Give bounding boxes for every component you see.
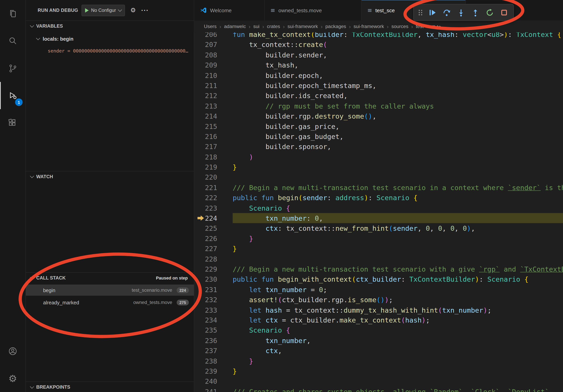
breadcrumb-item[interactable]: ≡ te <box>431 23 441 30</box>
step-over-button[interactable] <box>440 6 453 19</box>
code-line-text: } <box>232 234 563 244</box>
gutter-line-number[interactable]: 209 <box>194 60 233 70</box>
gutter-line-number[interactable]: 238 <box>194 356 233 366</box>
gutter-line-number[interactable]: 216 <box>194 131 233 142</box>
code-line-text <box>232 172 563 183</box>
tab-label: test_sce <box>375 7 395 13</box>
gutter-line-number[interactable]: 234 <box>194 315 233 325</box>
gutter-line-number[interactable]: 222 <box>194 193 233 203</box>
gutter-line-number[interactable]: 235 <box>194 325 233 336</box>
gutter-line-number[interactable]: 227 <box>194 244 233 254</box>
gutter-line-number[interactable]: 237 <box>194 346 233 356</box>
gutter-line-number[interactable]: 208 <box>194 50 233 60</box>
gutter-line-number[interactable]: 221 <box>194 182 233 193</box>
gutter-line-number[interactable]: 240 <box>194 376 233 386</box>
gutter-line-number[interactable]: 206 <box>194 32 233 40</box>
gutter-line-number[interactable]: 233 <box>194 305 233 315</box>
tab-owned-tests-move[interactable]: ≡owned_tests.move <box>265 0 361 21</box>
code-line: 212builder.ids_created, <box>194 91 563 101</box>
code-line-text: /// Begin a new multi-transaction test s… <box>232 182 563 193</box>
activity-item-account[interactable] <box>0 337 26 365</box>
continue-button[interactable] <box>425 6 439 19</box>
gutter-line-number[interactable]: 211 <box>194 80 233 91</box>
watch-section-header[interactable]: WATCH <box>26 171 194 182</box>
start-debug-icon[interactable] <box>85 8 89 13</box>
tab-welcome[interactable]: Welcome <box>194 0 265 21</box>
call-stack-frame[interactable]: already_markedowned_tests.move275 <box>26 297 194 308</box>
gutter-line-number[interactable]: 213 <box>194 101 233 111</box>
gutter-line-number[interactable]: 236 <box>194 336 233 346</box>
gutter-line-number[interactable]: 225 <box>194 223 233 234</box>
gutter-line-number[interactable]: 219 <box>194 162 233 172</box>
breadcrumb-item[interactable]: sui-framework <box>354 24 384 29</box>
code-line-text: txn_number, <box>232 336 563 346</box>
code-line: 211builder.epoch_timestamp_ms, <box>194 80 563 91</box>
gutter-line-number[interactable]: 230 <box>194 274 233 284</box>
activity-item-source-control[interactable] <box>0 55 26 82</box>
activity-item-run-debug[interactable]: 1 <box>0 82 26 109</box>
breadcrumb-item[interactable]: adamwelc <box>224 24 246 29</box>
source-control-icon <box>8 63 18 73</box>
step-out-button[interactable] <box>469 6 482 19</box>
code-line: 240 <box>194 376 563 386</box>
gutter-line-number[interactable]: 210 <box>194 70 233 80</box>
breadcrumb-item[interactable]: Users <box>204 24 217 29</box>
activity-item-settings[interactable]: ⚙ <box>0 365 26 392</box>
gutter-line-number[interactable]: 217 <box>194 142 233 152</box>
code-line: 226} <box>194 234 563 244</box>
gutter-line-number[interactable]: 220 <box>194 172 233 183</box>
activity-item-search[interactable] <box>0 27 26 54</box>
debug-config-dropdown[interactable]: No Configur <box>81 5 125 16</box>
breadcrumb-item[interactable]: sui <box>253 24 259 29</box>
stop-icon <box>500 9 508 16</box>
breadcrumb-item[interactable]: packages <box>325 24 346 29</box>
step-out-icon <box>471 9 479 16</box>
more-actions-icon[interactable]: ··· <box>141 7 149 13</box>
variable-entry[interactable]: sender = 0000000000000000000000000000000… <box>48 46 192 55</box>
code-line-text: let txn_number = 0; <box>232 284 563 295</box>
frame-function-name: already_marked <box>43 300 79 305</box>
code-line: 220 <box>194 172 563 183</box>
gutter-line-number[interactable]: 231 <box>194 284 233 295</box>
step-into-button[interactable] <box>454 6 467 19</box>
variables-scope-row[interactable]: locals: begin <box>26 33 194 44</box>
code-line: 232assert!(ctx_builder.rgp.is_some()); <box>194 295 563 305</box>
chevron-down-icon <box>118 8 122 12</box>
gutter-line-number[interactable]: 223 <box>194 203 233 213</box>
gutter-line-number[interactable]: 228 <box>194 254 233 264</box>
gutter-line-number[interactable]: 212 <box>194 91 233 101</box>
variables-section-header[interactable]: VARIABLES <box>26 21 194 31</box>
gutter-line-number[interactable]: 215 <box>194 121 233 131</box>
code-line: 215builder.gas_price, <box>194 121 563 131</box>
gutter-line-number[interactable]: 239 <box>194 366 233 376</box>
gutter-line-number[interactable]: 207 <box>194 40 233 50</box>
gutter-line-number[interactable]: 241 <box>194 386 233 392</box>
activity-item-extensions[interactable] <box>0 109 26 136</box>
gutter-line-number[interactable]: 232 <box>194 295 233 305</box>
chevron-down-icon <box>30 275 34 279</box>
breadcrumb-item[interactable]: crates <box>267 24 280 29</box>
breadcrumb-separator-icon: › <box>411 24 413 29</box>
restart-button[interactable] <box>483 6 496 19</box>
call-stack-frame[interactable]: begintest_scenario.move224 <box>26 285 194 296</box>
breadcrumb-separator-icon: › <box>387 24 389 29</box>
breadcrumb-item[interactable]: sources <box>391 24 408 29</box>
code-editor[interactable]: 206fun make_tx_context(builder: TxContex… <box>194 32 563 392</box>
stop-button[interactable] <box>497 6 511 19</box>
breakpoints-section-header[interactable]: BREAKPOINTS <box>26 381 194 392</box>
gutter-line-number[interactable]: 218 <box>194 152 233 162</box>
activity-item-explorer[interactable] <box>0 0 26 27</box>
breadcrumb-item[interactable]: test <box>416 24 424 29</box>
breadcrumb-separator-icon: › <box>283 24 285 29</box>
debug-settings-gear-icon[interactable]: ⚙ <box>130 7 136 13</box>
code-line-text: builder.rgp.destroy_some(), <box>232 111 563 121</box>
gutter-line-number[interactable]: 226 <box>194 234 233 244</box>
code-line: 234let ctx = ctx_builder.make_tx_context… <box>194 315 563 325</box>
gutter-line-number[interactable]: 214 <box>194 111 233 121</box>
toolbar-drag-handle[interactable] <box>416 6 424 19</box>
gutter-line-number[interactable]: 229 <box>194 264 233 274</box>
code-line-text: } <box>232 162 563 172</box>
breadcrumb-item[interactable]: sui-framework <box>288 24 318 29</box>
call-stack-section-header[interactable]: CALL STACK Paused on step <box>26 272 194 283</box>
sidebar-title: RUN AND DEBUG <box>38 8 78 13</box>
